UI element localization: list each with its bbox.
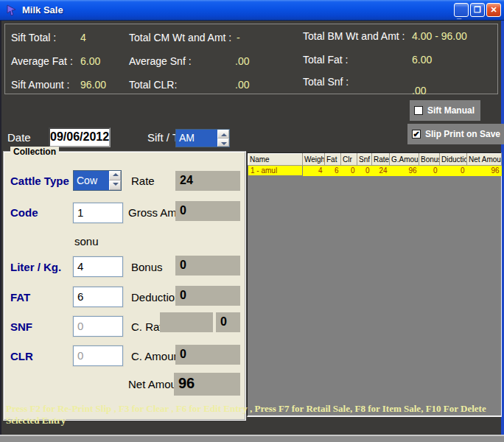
col-bonus[interactable]: Bonus <box>419 154 440 166</box>
gross-amount-value: 0 <box>175 201 240 221</box>
sift-total-value: 4 <box>80 32 86 43</box>
total-cm-label: Total CM Wt and Amt : <box>129 32 231 43</box>
total-fat-label: Total Fat : <box>303 54 348 66</box>
cattle-type-select[interactable]: Cow <box>73 170 122 191</box>
total-snf-value: .00 <box>412 85 426 97</box>
snf-input[interactable]: 0 <box>73 316 123 337</box>
c-rate-box <box>160 312 213 332</box>
cell-snf[interactable]: 0 <box>357 166 372 176</box>
sift-amount-value: 96.00 <box>80 79 106 91</box>
total-bm-label: Total BM Wt and Amt : <box>303 30 405 42</box>
total-snf-label: Total Snf : <box>303 76 349 88</box>
rate-value: 24 <box>175 171 240 191</box>
col-net-amount[interactable]: Net Amount <box>467 154 502 166</box>
sift-manual-label: Sift Manual <box>427 105 475 116</box>
cell-g-amount[interactable]: 96 <box>390 166 419 176</box>
deduction-value: 0 <box>175 286 240 306</box>
clr-input[interactable]: 0 <box>73 345 123 366</box>
cattle-type-label: Cattle Type <box>10 175 69 187</box>
date-input[interactable]: 09/06/2012 <box>49 127 111 147</box>
total-fat-value: 6.00 <box>412 54 432 66</box>
summary-panel: Sift Total : 4 Average Fat : 6.00 Sift A… <box>4 24 498 94</box>
total-clr-label: Total CLR: <box>129 79 177 91</box>
average-snf-value: .00 <box>235 55 249 67</box>
cell-diduction[interactable]: 0 <box>440 166 467 176</box>
cell-clr[interactable]: 0 <box>341 166 357 176</box>
snf-label: SNF <box>10 320 32 333</box>
col-clr[interactable]: Clr <box>341 154 357 166</box>
rate-label: Rate <box>131 175 155 187</box>
average-fat-value: 6.00 <box>80 55 100 67</box>
maximize-button[interactable]: ❐ <box>470 3 485 17</box>
col-rate[interactable]: Rate <box>372 154 390 166</box>
cell-fat[interactable]: 6 <box>325 166 341 176</box>
bonus-value: 0 <box>175 256 240 276</box>
col-fat[interactable]: Fat <box>325 154 341 166</box>
date-label: Date <box>7 131 31 144</box>
sift-total-label: Sift Total : <box>11 32 56 43</box>
cell-rate[interactable]: 24 <box>372 166 390 176</box>
c-rate-value: 0 <box>216 312 240 332</box>
sift-manual-option[interactable]: Sift Manual <box>410 100 480 121</box>
average-snf-label: Average Snf : <box>129 55 192 67</box>
net-amount-value: 96 <box>174 373 240 396</box>
average-fat-label: Average Fat : <box>11 55 73 67</box>
col-snf[interactable]: Snf <box>357 154 372 166</box>
cell-weight[interactable]: 4 <box>303 166 325 176</box>
sift-time-down-button[interactable] <box>217 138 229 147</box>
cell-bonus[interactable]: 0 <box>419 166 440 176</box>
fat-input[interactable]: 6 <box>73 287 123 307</box>
total-cm-value: - <box>237 32 240 43</box>
liter-label: Liter / Kg. <box>10 261 61 273</box>
col-diduction[interactable]: Diduction <box>440 154 467 166</box>
sift-amount-label: Sift Amount : <box>11 79 69 91</box>
total-clr-value: .00 <box>235 79 249 91</box>
member-name: sonu <box>74 235 99 248</box>
sift-time-value: AM <box>176 130 217 147</box>
title-bar: Milk Sale _ ❐ ✕ <box>0 0 504 21</box>
sift-time-select[interactable]: AM <box>175 129 230 147</box>
minimize-button[interactable]: _ <box>454 3 469 17</box>
c-amount-value: 0 <box>175 345 240 365</box>
slip-print-label: Slip Print on Save <box>425 129 500 139</box>
milk-sale-window: Milk Sale _ ❐ ✕ Sift Total : 4 Average F… <box>0 0 504 442</box>
liter-input[interactable]: 4 <box>73 256 123 277</box>
table-row[interactable]: 1 - amul 4 6 0 0 24 96 0 0 96 <box>248 166 502 176</box>
clr-label: CLR <box>10 350 33 362</box>
total-bm-value: 4.00 - 96.00 <box>412 30 467 42</box>
status-bar: Press F2 for Re-Print Slip , F3 for Clea… <box>1 398 501 435</box>
cattle-type-up-button[interactable] <box>109 171 121 180</box>
col-name[interactable]: Name <box>248 154 303 166</box>
slip-print-option[interactable]: ✔ Slip Print on Save <box>407 124 504 144</box>
sift-manual-checkbox[interactable] <box>414 106 423 115</box>
close-button[interactable]: ✕ <box>486 3 501 17</box>
collection-frame-title: Collection <box>10 147 59 157</box>
fat-label: FAT <box>10 291 30 304</box>
bonus-label: Bonus <box>131 261 163 273</box>
sift-time-up-button[interactable] <box>217 130 229 138</box>
cattle-type-value: Cow <box>74 171 109 190</box>
deduction-label: Deduction <box>131 291 181 304</box>
cell-net-amount[interactable]: 96 <box>467 166 502 176</box>
entries-table[interactable]: Name Weight Fat Clr Snf Rate G.Amount Bo… <box>247 152 502 417</box>
window-title: Milk Sale <box>22 4 63 15</box>
table-header-row: Name Weight Fat Clr Snf Rate G.Amount Bo… <box>248 154 502 166</box>
app-icon <box>6 4 18 16</box>
bottom-strip <box>0 435 504 442</box>
col-weight[interactable]: Weight <box>303 154 325 166</box>
cattle-type-down-button[interactable] <box>109 180 121 190</box>
cell-name[interactable]: 1 - amul <box>248 166 303 176</box>
window-body: Sift Total : 4 Average Fat : 6.00 Sift A… <box>0 21 504 435</box>
code-input[interactable]: 1 <box>73 203 123 223</box>
collection-frame: Collection Cattle Type Cow Rate 24 Code … <box>3 151 246 421</box>
slip-print-checkbox[interactable]: ✔ <box>412 130 421 138</box>
code-label: Code <box>10 206 38 219</box>
col-g-amount[interactable]: G.Amount <box>390 154 419 166</box>
